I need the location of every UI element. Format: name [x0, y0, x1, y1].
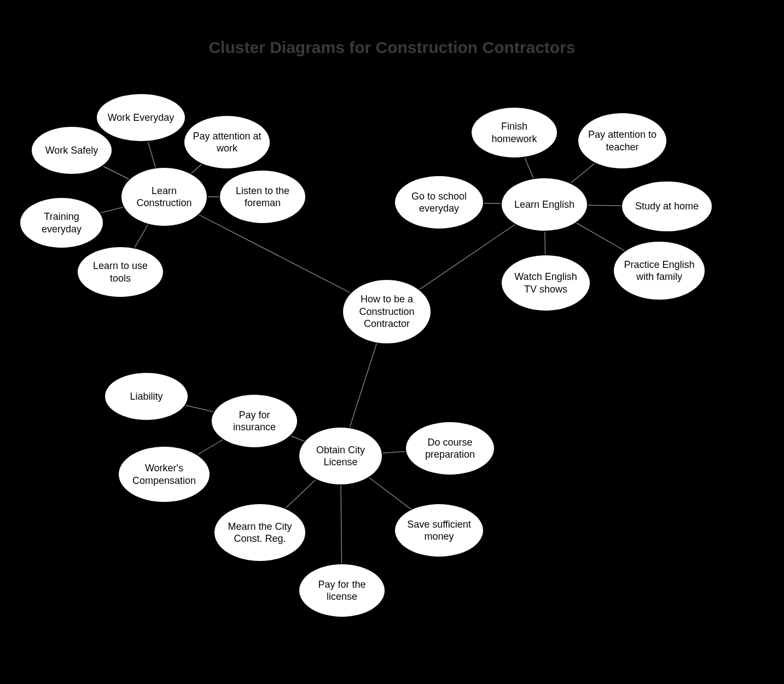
node-listen_foreman: Listen to the foreman [219, 169, 306, 224]
node-work_everyday: Work Everyday [96, 93, 186, 142]
node-work_safely: Work Safely [31, 126, 113, 175]
node-pay_attention_teacher: Pay attention to teacher [577, 112, 667, 169]
node-center: How to be a Construction Contractor [342, 279, 432, 344]
node-pay_license: Pay for the license [298, 563, 386, 618]
node-mearn_reg: Mearn the City Const. Reg. [213, 503, 306, 562]
node-course_prep: Do course preparation [405, 421, 495, 476]
node-watch_tv: Watch English TV shows [501, 254, 591, 312]
node-save_money: Save sufficient money [394, 503, 484, 558]
node-learn_english: Learn English [501, 177, 588, 232]
node-pay_attention_work: Pay attention at work [183, 115, 271, 169]
node-finish_homework: Finish homework [471, 107, 558, 159]
node-city_license: Obtain City License [298, 426, 383, 486]
node-practice_family: Practice English with family [613, 241, 706, 301]
node-training_everyday: Training everyday [19, 197, 104, 249]
node-study_home: Study at home [621, 180, 713, 232]
node-go_school: Go to school everyday [394, 175, 484, 230]
node-workers_comp: Worker's Compensation [118, 446, 211, 503]
node-learn_tools: Learn to use tools [77, 246, 164, 298]
node-pay_insurance: Pay for insurance [211, 394, 298, 448]
node-liability: Liability [104, 372, 189, 421]
node-learn_construction: Learn Construction [120, 167, 208, 227]
